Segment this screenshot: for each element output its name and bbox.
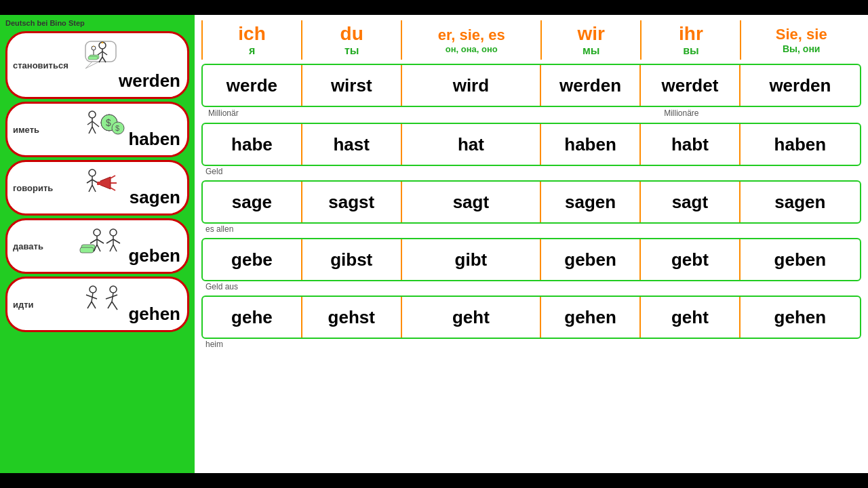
verb-row-sagen: sage sagst sagt sagen sagt sagen [201, 180, 861, 224]
svg-line-27 [89, 185, 92, 192]
vocab-ru-werden: становиться [13, 60, 68, 70]
verb-cell-geben-ich: gebe [203, 239, 302, 280]
vocab-ru-geben: давать [13, 241, 43, 251]
verb-cell-haben-ihr: habt [641, 124, 741, 165]
example-sagen: es allen [201, 224, 861, 235]
russian-ich: я [249, 45, 255, 57]
verb-cell-gehen-er: geht [402, 297, 542, 338]
verb-block-sagen: sage sagst sagt sagen sagt sagen es alle… [201, 180, 861, 235]
verb-row-werden: werde wirst wird werden werdet werden [201, 64, 861, 107]
verb-cell-gehen-sie: gehen [741, 297, 860, 338]
russian-ihr: вы [683, 45, 699, 57]
verb-cell-gehen-ich: gehe [203, 297, 302, 338]
svg-line-44 [106, 239, 113, 243]
svg-point-12 [89, 111, 96, 118]
header-ihr: ihr вы [642, 20, 741, 60]
verb-rows: werde wirst wird werden werdet werden Mi… [201, 64, 861, 468]
verb-cell-werden-ihr: werdet [641, 65, 741, 106]
verb-cell-sagen-ich: sage [203, 182, 302, 222]
svg-marker-29 [100, 177, 111, 189]
verb-block-gehen: gehe gehst geht gehen geht gehen heim [201, 296, 861, 350]
verb-cell-haben-sie: haben [741, 124, 860, 165]
pronoun-ihr: ihr [679, 23, 703, 45]
russian-wir: мы [583, 45, 600, 57]
svg-line-31 [111, 176, 115, 178]
sidebar-title: Deutsch bei Bino Step [5, 19, 189, 27]
verb-cell-werden-er: wird [402, 65, 542, 106]
pronoun-wir: wir [578, 23, 605, 45]
russian-du: ты [344, 45, 359, 57]
svg-point-54 [110, 286, 117, 293]
header-sie-sie: Sie, sie Вы, они [741, 20, 861, 60]
vocab-de-haben: haben [128, 129, 180, 150]
svg-text:$: $ [115, 124, 119, 132]
vocab-ru-gehen: идти [13, 300, 34, 310]
main-content: Deutsch bei Bino Step становиться [0, 15, 868, 473]
top-black-bar [0, 0, 868, 15]
svg-point-23 [89, 169, 96, 176]
header-wir: wir мы [542, 20, 642, 60]
svg-line-38 [90, 239, 97, 243]
svg-line-15 [92, 121, 99, 127]
verb-cell-sagen-du: sagst [302, 182, 402, 222]
svg-line-50 [86, 295, 92, 297]
pronoun-sie: Sie, sie [776, 26, 827, 43]
verb-cell-sagen-wir: sagen [541, 182, 641, 222]
vocab-item-sagen: говорить sagen [5, 160, 189, 216]
vocab-ru-sagen: говорить [13, 183, 53, 193]
verb-row-haben: habe hast hat haben habt haben [201, 123, 861, 166]
verb-cell-haben-er: hat [402, 124, 542, 165]
svg-line-39 [97, 239, 104, 243]
svg-rect-30 [97, 182, 102, 185]
verb-block-haben: habe hast hat haben habt haben Geld [201, 123, 861, 178]
svg-line-17 [92, 127, 96, 134]
verb-cell-sagen-er: sagt [402, 182, 542, 222]
verb-cell-haben-wir: haben [541, 124, 641, 165]
verb-block-geben: gebe gibst gibt geben gebt geben Geld au… [201, 238, 861, 293]
vocab-icon-haben: $ $ [79, 109, 126, 149]
svg-line-52 [87, 302, 92, 308]
verb-cell-gehen-ihr: geht [641, 297, 741, 338]
verb-cell-werden-du: wirst [302, 65, 402, 106]
vocab-de-gehen: gehen [128, 304, 180, 325]
example-werden-wir: Millionäre [505, 108, 859, 119]
verb-cell-haben-du: hast [302, 124, 402, 165]
sidebar: Deutsch bei Bino Step становиться [0, 15, 195, 473]
vocab-item-geben: давать [5, 218, 189, 274]
svg-line-14 [87, 121, 92, 125]
svg-line-45 [113, 239, 120, 243]
vocab-ru-haben: иметь [13, 125, 39, 135]
pronoun-er: er, sie, es [438, 26, 505, 44]
pronoun-ich: ich [238, 23, 265, 45]
svg-line-56 [106, 297, 112, 299]
header-er-sie-es: er, sie, es он, она, оно [402, 20, 542, 60]
verb-cell-geben-ihr: gebt [641, 239, 741, 280]
verb-cell-gehen-wir: gehen [541, 297, 641, 338]
verb-row-gehen: gehe gehst geht gehen geht gehen [201, 296, 861, 339]
vocab-icon-gehen [78, 284, 129, 324]
svg-line-46 [110, 245, 113, 251]
svg-line-25 [87, 180, 92, 183]
pronoun-du: du [340, 23, 363, 45]
example-haben: Geld [201, 166, 861, 178]
example-werden-ich: Millionär [204, 108, 243, 119]
svg-line-28 [92, 185, 96, 192]
header-ich: ich я [203, 20, 302, 60]
svg-marker-1 [85, 62, 99, 68]
vocab-icon-geben [78, 226, 129, 266]
verb-cell-geben-sie: geben [741, 239, 860, 280]
verb-row-geben: gebe gibst gibt geben gebt geben [201, 238, 861, 281]
verb-cell-sagen-sie: sagen [741, 182, 860, 222]
vocab-icon-sagen [80, 167, 127, 207]
verb-cell-werden-sie: werden [741, 65, 860, 106]
svg-line-58 [108, 302, 112, 308]
header-row: ich я du ты er, sie, es он, она, оно wir… [201, 20, 861, 60]
russian-sie: Вы, они [783, 43, 820, 54]
svg-rect-35 [80, 247, 94, 253]
svg-line-47 [113, 245, 117, 251]
verb-cell-werden-wir: werden [541, 65, 641, 106]
example-gehen: heim [201, 339, 861, 350]
vocab-de-geben: geben [128, 245, 180, 266]
vocab-item-haben: иметь $ $ haben [5, 102, 189, 157]
svg-line-33 [111, 188, 115, 190]
